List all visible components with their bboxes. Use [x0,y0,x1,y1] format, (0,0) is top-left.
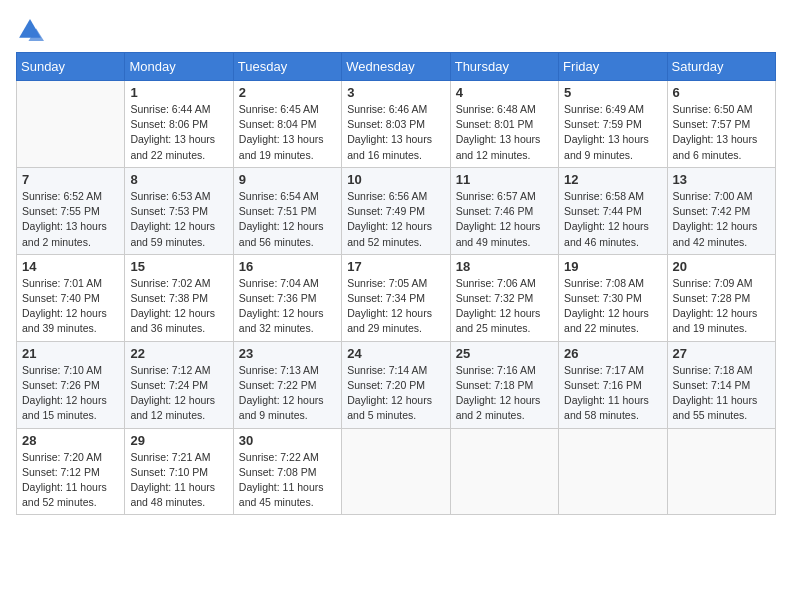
day-number: 23 [239,346,336,361]
day-info: Sunrise: 6:58 AM Sunset: 7:44 PM Dayligh… [564,189,661,250]
day-info: Sunrise: 7:17 AM Sunset: 7:16 PM Dayligh… [564,363,661,424]
calendar-cell: 21Sunrise: 7:10 AM Sunset: 7:26 PM Dayli… [17,341,125,428]
calendar-cell: 29Sunrise: 7:21 AM Sunset: 7:10 PM Dayli… [125,428,233,515]
logo-icon [16,16,44,44]
day-info: Sunrise: 6:44 AM Sunset: 8:06 PM Dayligh… [130,102,227,163]
day-info: Sunrise: 6:49 AM Sunset: 7:59 PM Dayligh… [564,102,661,163]
day-number: 9 [239,172,336,187]
calendar-header-wednesday: Wednesday [342,53,450,81]
day-info: Sunrise: 7:09 AM Sunset: 7:28 PM Dayligh… [673,276,770,337]
calendar-cell [342,428,450,515]
calendar-header-saturday: Saturday [667,53,775,81]
calendar-cell: 23Sunrise: 7:13 AM Sunset: 7:22 PM Dayli… [233,341,341,428]
calendar-cell: 30Sunrise: 7:22 AM Sunset: 7:08 PM Dayli… [233,428,341,515]
day-info: Sunrise: 7:18 AM Sunset: 7:14 PM Dayligh… [673,363,770,424]
day-number: 21 [22,346,119,361]
calendar-week-row: 1Sunrise: 6:44 AM Sunset: 8:06 PM Daylig… [17,81,776,168]
calendar-header-friday: Friday [559,53,667,81]
calendar-cell: 26Sunrise: 7:17 AM Sunset: 7:16 PM Dayli… [559,341,667,428]
calendar-cell: 16Sunrise: 7:04 AM Sunset: 7:36 PM Dayli… [233,254,341,341]
day-number: 12 [564,172,661,187]
day-number: 25 [456,346,553,361]
day-number: 5 [564,85,661,100]
logo [16,16,48,44]
calendar-header-monday: Monday [125,53,233,81]
calendar-cell: 22Sunrise: 7:12 AM Sunset: 7:24 PM Dayli… [125,341,233,428]
day-number: 16 [239,259,336,274]
day-number: 2 [239,85,336,100]
day-info: Sunrise: 7:20 AM Sunset: 7:12 PM Dayligh… [22,450,119,511]
calendar-week-row: 14Sunrise: 7:01 AM Sunset: 7:40 PM Dayli… [17,254,776,341]
day-info: Sunrise: 7:16 AM Sunset: 7:18 PM Dayligh… [456,363,553,424]
day-info: Sunrise: 6:48 AM Sunset: 8:01 PM Dayligh… [456,102,553,163]
calendar-cell [17,81,125,168]
day-number: 20 [673,259,770,274]
day-number: 19 [564,259,661,274]
calendar-cell: 19Sunrise: 7:08 AM Sunset: 7:30 PM Dayli… [559,254,667,341]
day-number: 28 [22,433,119,448]
day-number: 3 [347,85,444,100]
day-number: 13 [673,172,770,187]
calendar-cell: 2Sunrise: 6:45 AM Sunset: 8:04 PM Daylig… [233,81,341,168]
calendar-cell: 4Sunrise: 6:48 AM Sunset: 8:01 PM Daylig… [450,81,558,168]
page-header [16,16,776,44]
day-number: 10 [347,172,444,187]
day-info: Sunrise: 7:01 AM Sunset: 7:40 PM Dayligh… [22,276,119,337]
calendar-cell: 13Sunrise: 7:00 AM Sunset: 7:42 PM Dayli… [667,167,775,254]
calendar-cell: 11Sunrise: 6:57 AM Sunset: 7:46 PM Dayli… [450,167,558,254]
day-number: 1 [130,85,227,100]
day-number: 7 [22,172,119,187]
day-number: 26 [564,346,661,361]
calendar-cell: 6Sunrise: 6:50 AM Sunset: 7:57 PM Daylig… [667,81,775,168]
day-info: Sunrise: 6:50 AM Sunset: 7:57 PM Dayligh… [673,102,770,163]
day-info: Sunrise: 6:52 AM Sunset: 7:55 PM Dayligh… [22,189,119,250]
day-number: 14 [22,259,119,274]
calendar-cell: 10Sunrise: 6:56 AM Sunset: 7:49 PM Dayli… [342,167,450,254]
day-info: Sunrise: 7:08 AM Sunset: 7:30 PM Dayligh… [564,276,661,337]
calendar-header-sunday: Sunday [17,53,125,81]
day-info: Sunrise: 7:22 AM Sunset: 7:08 PM Dayligh… [239,450,336,511]
day-info: Sunrise: 7:12 AM Sunset: 7:24 PM Dayligh… [130,363,227,424]
calendar-cell: 7Sunrise: 6:52 AM Sunset: 7:55 PM Daylig… [17,167,125,254]
calendar-cell: 3Sunrise: 6:46 AM Sunset: 8:03 PM Daylig… [342,81,450,168]
calendar-cell: 8Sunrise: 6:53 AM Sunset: 7:53 PM Daylig… [125,167,233,254]
day-number: 8 [130,172,227,187]
day-number: 17 [347,259,444,274]
calendar-week-row: 7Sunrise: 6:52 AM Sunset: 7:55 PM Daylig… [17,167,776,254]
calendar-header-row: SundayMondayTuesdayWednesdayThursdayFrid… [17,53,776,81]
calendar-cell: 12Sunrise: 6:58 AM Sunset: 7:44 PM Dayli… [559,167,667,254]
day-number: 15 [130,259,227,274]
day-info: Sunrise: 6:45 AM Sunset: 8:04 PM Dayligh… [239,102,336,163]
day-info: Sunrise: 6:57 AM Sunset: 7:46 PM Dayligh… [456,189,553,250]
calendar-cell: 15Sunrise: 7:02 AM Sunset: 7:38 PM Dayli… [125,254,233,341]
calendar-cell: 18Sunrise: 7:06 AM Sunset: 7:32 PM Dayli… [450,254,558,341]
calendar-header-thursday: Thursday [450,53,558,81]
calendar-cell [450,428,558,515]
calendar-cell: 17Sunrise: 7:05 AM Sunset: 7:34 PM Dayli… [342,254,450,341]
calendar-header-tuesday: Tuesday [233,53,341,81]
calendar-cell [667,428,775,515]
day-info: Sunrise: 7:13 AM Sunset: 7:22 PM Dayligh… [239,363,336,424]
calendar-week-row: 28Sunrise: 7:20 AM Sunset: 7:12 PM Dayli… [17,428,776,515]
day-number: 4 [456,85,553,100]
day-info: Sunrise: 7:14 AM Sunset: 7:20 PM Dayligh… [347,363,444,424]
day-number: 30 [239,433,336,448]
day-number: 27 [673,346,770,361]
calendar-cell: 28Sunrise: 7:20 AM Sunset: 7:12 PM Dayli… [17,428,125,515]
day-info: Sunrise: 7:04 AM Sunset: 7:36 PM Dayligh… [239,276,336,337]
calendar-cell: 5Sunrise: 6:49 AM Sunset: 7:59 PM Daylig… [559,81,667,168]
day-info: Sunrise: 7:02 AM Sunset: 7:38 PM Dayligh… [130,276,227,337]
calendar-cell: 1Sunrise: 6:44 AM Sunset: 8:06 PM Daylig… [125,81,233,168]
day-number: 18 [456,259,553,274]
day-info: Sunrise: 7:06 AM Sunset: 7:32 PM Dayligh… [456,276,553,337]
calendar-cell: 27Sunrise: 7:18 AM Sunset: 7:14 PM Dayli… [667,341,775,428]
day-info: Sunrise: 7:10 AM Sunset: 7:26 PM Dayligh… [22,363,119,424]
calendar-cell: 24Sunrise: 7:14 AM Sunset: 7:20 PM Dayli… [342,341,450,428]
day-info: Sunrise: 7:05 AM Sunset: 7:34 PM Dayligh… [347,276,444,337]
day-number: 6 [673,85,770,100]
day-info: Sunrise: 6:54 AM Sunset: 7:51 PM Dayligh… [239,189,336,250]
calendar-cell: 25Sunrise: 7:16 AM Sunset: 7:18 PM Dayli… [450,341,558,428]
day-number: 11 [456,172,553,187]
day-info: Sunrise: 7:00 AM Sunset: 7:42 PM Dayligh… [673,189,770,250]
day-info: Sunrise: 7:21 AM Sunset: 7:10 PM Dayligh… [130,450,227,511]
